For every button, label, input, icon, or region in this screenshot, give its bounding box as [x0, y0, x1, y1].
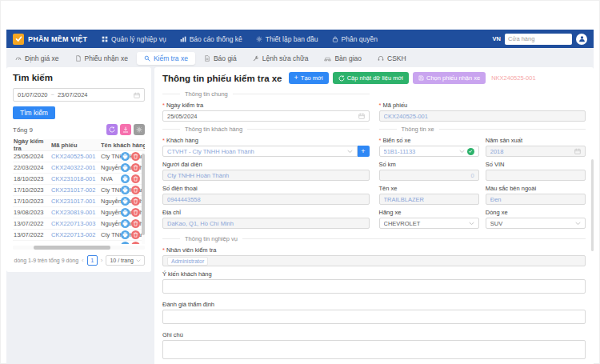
table-row[interactable]: 17/10/2023 CKX231017-002 Cty TNHH Hoàn T… — [13, 185, 145, 196]
nav-item-initial-setup[interactable]: Thiết lập ban đầu — [256, 35, 318, 43]
update-button[interactable]: Cập nhật dữ liệu mới — [333, 72, 409, 84]
page-number-button[interactable]: 1 — [87, 255, 98, 266]
ticket-code-link[interactable]: CKX220713-003 — [51, 220, 101, 227]
delete-row-button[interactable] — [131, 186, 140, 194]
panel-scrollbar-thumb[interactable] — [591, 159, 594, 251]
create-button[interactable]: + Tạo mới — [289, 72, 329, 84]
field-value: 0944443558 — [167, 196, 365, 203]
delete-row-button[interactable] — [131, 163, 140, 172]
customer-opinion-textarea[interactable] — [162, 279, 586, 294]
choose-receipt-button-label: Chọn phiếu nhận xe — [426, 74, 480, 82]
table-row[interactable]: 22/03/2024 CKX240322-001 Nguyễn Văn Chài — [13, 162, 145, 174]
scrollbar-thumb[interactable] — [34, 246, 110, 250]
table-horizontal-scrollbar[interactable] — [13, 246, 145, 250]
model-select[interactable]: SUV — [486, 218, 586, 229]
tab-ban-giao[interactable]: Bàn giao — [317, 52, 369, 65]
field-label: Năm sản xuất — [486, 137, 522, 144]
scrollbar-thumb[interactable] — [142, 154, 145, 235]
tab-lenh-sua-chua[interactable]: Lệnh sửa chữa — [246, 52, 316, 65]
chevron-down-icon — [459, 150, 465, 154]
tab-phieu-nhan-xe[interactable]: Phiếu nhận xe — [68, 52, 135, 65]
table-row-partial[interactable] — [13, 241, 145, 244]
print-row-button[interactable] — [121, 208, 130, 217]
ticket-code-link[interactable]: CKX240525-001 — [51, 153, 101, 160]
ticket-code-link[interactable]: CKX231018-001 — [51, 175, 101, 182]
column-header-customer[interactable]: Tên khách hàng — [101, 142, 145, 149]
required-mark: * — [379, 137, 382, 144]
table-row[interactable]: 13/07/2022 CKX220713-003 Nguyễn Văn Chài — [13, 218, 145, 230]
nav-item-business-management[interactable]: Quản lý nghiệp vụ — [102, 35, 166, 43]
tab-bao-gia[interactable]: Báo giá — [197, 52, 244, 65]
add-customer-button[interactable]: + — [358, 146, 370, 157]
printer-icon — [122, 232, 128, 238]
print-row-button[interactable] — [121, 186, 130, 194]
table-row[interactable]: 25/05/2024 CKX240525-001 Cty TNHH Hoàn T… — [13, 151, 145, 162]
field-value: CKX240525-001 — [384, 113, 582, 120]
table-row[interactable]: 13/07/2022 CKX220713-002 Cty TNHH Hoàn T… — [13, 230, 145, 241]
ticket-code-link[interactable]: CKX240322-001 — [51, 164, 101, 171]
date-separator: ~ — [51, 91, 54, 98]
language-label[interactable]: VN — [493, 35, 501, 42]
field-label: Số điện thoại — [162, 185, 198, 192]
date-from-value[interactable]: 01/07/2020 — [18, 91, 48, 98]
delete-row-button[interactable] — [131, 230, 140, 239]
delete-row-button[interactable] — [131, 242, 140, 244]
column-header-code[interactable]: Mã phiếu — [51, 142, 101, 149]
print-row-button[interactable] — [121, 152, 130, 161]
ticket-code-link[interactable]: CKX230819-001 — [51, 209, 101, 216]
inspection-date-input[interactable]: 25/05/2024 — [162, 110, 370, 122]
nav-item-permissions[interactable]: Phân quyền — [332, 35, 378, 43]
refresh-button[interactable] — [106, 124, 118, 135]
chevron-down-icon — [136, 259, 141, 262]
search-button[interactable]: Tìm kiếm — [13, 106, 55, 119]
date-range-picker[interactable]: 01/07/2020 ~ 23/07/2024 — [13, 88, 145, 102]
choose-receipt-button[interactable]: Chọn phiếu nhận xe — [413, 72, 486, 84]
print-row-button[interactable] — [121, 197, 130, 206]
brand-select[interactable]: CHEVROLET — [379, 218, 479, 229]
delete-row-button[interactable] — [131, 174, 140, 183]
plate-select[interactable]: 51B1-11133 — [379, 146, 479, 157]
delete-row-button[interactable] — [131, 219, 140, 228]
table-row[interactable]: 17/10/2023 CKX231017-001 Nguyễn Văn Chài — [13, 196, 145, 207]
delete-row-button[interactable] — [131, 208, 140, 217]
ticket-code-link[interactable]: CKX231017-002 — [51, 186, 101, 194]
table-row[interactable]: 19/08/2023 CKX230819-001 Nguyễn Văn Chài — [13, 207, 145, 218]
print-row-button[interactable] — [121, 174, 130, 183]
table-vertical-scrollbar[interactable] — [142, 151, 145, 244]
print-row-button[interactable] — [121, 163, 130, 172]
delete-row-button[interactable] — [131, 197, 140, 206]
table-settings-button[interactable] — [134, 124, 145, 135]
note-textarea[interactable] — [162, 340, 586, 359]
receipt-ref-code: NKX240525-001 — [491, 74, 535, 82]
nav-item-reports[interactable]: Báo cáo thống kê — [180, 35, 242, 43]
tab-kiem-tra-xe[interactable]: Kiểm tra xe — [137, 52, 195, 65]
tab-dinh-gia-xe[interactable]: Định giá xe — [8, 52, 66, 65]
app-logo-icon — [13, 34, 24, 45]
print-row-button[interactable] — [121, 219, 130, 228]
ticket-code-link[interactable]: CKX220713-002 — [51, 231, 101, 238]
customer-select[interactable]: CTVHT - Cty TNHH Hoàn Thành — [162, 146, 358, 157]
next-page-button[interactable]: › — [101, 257, 103, 264]
vin-input — [486, 170, 586, 181]
table-row[interactable]: 18/10/2023 CKX231018-001 NVA — [13, 174, 145, 185]
field-label: Số km — [379, 161, 396, 168]
print-row-button[interactable] — [121, 242, 130, 244]
lock-icon — [332, 36, 338, 42]
date-to-value[interactable]: 23/07/2024 — [58, 91, 88, 98]
ticket-code-link[interactable]: CKX231017-001 — [51, 198, 101, 205]
assessment-textarea[interactable] — [162, 310, 586, 324]
user-avatar[interactable] — [576, 34, 587, 45]
field-value: 25/05/2024 — [167, 113, 356, 120]
color-field: Màu sắc bên ngoài Đen — [486, 185, 586, 205]
column-header-date[interactable]: Ngày kiểm tra — [13, 138, 51, 152]
print-row-button[interactable] — [121, 230, 130, 239]
field-label: Số VIN — [486, 161, 505, 168]
tab-cskh[interactable]: CSKH — [370, 52, 414, 65]
user-icon — [578, 35, 586, 42]
page-size-select[interactable]: 10 / trang — [106, 255, 145, 266]
prev-page-button[interactable]: ‹ — [82, 257, 84, 264]
store-search-input[interactable] — [505, 34, 572, 45]
total-row: Tổng 9 — [13, 124, 145, 135]
delete-row-button[interactable] — [131, 152, 140, 161]
export-button[interactable] — [120, 124, 131, 135]
